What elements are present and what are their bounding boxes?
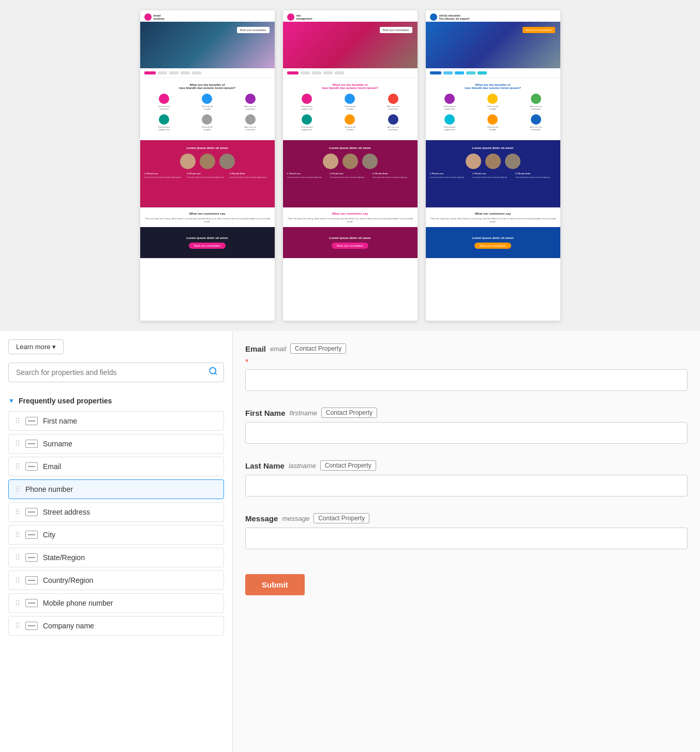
- testimonial-1: What our customers say "There are huge t…: [140, 207, 275, 227]
- lastname-input[interactable]: [245, 475, 688, 497]
- dark-block-3-3: 3. Pliculis Dolor Lorem ipsum dolor sit …: [515, 172, 556, 178]
- property-item-phone-number[interactable]: ⠿ Phone number: [8, 479, 224, 499]
- dark-section-2: Lorem ipsum dolor sit amen 1. Pliculis n…: [283, 140, 418, 207]
- preview-card-3: strictly educationYou educate, we suppor…: [426, 10, 560, 321]
- dark-text-blocks-2: 1. Pliculis nisi Lorem ipsum dolor sit a…: [287, 172, 413, 178]
- icon-circle-3-4: [444, 114, 455, 125]
- hero-3: Book your consultation: [426, 22, 560, 68]
- cta-title-3: Lorem ipsum dolor sit amen: [472, 236, 513, 239]
- svg-line-1: [215, 373, 216, 374]
- property-icon-country-region: [25, 576, 38, 584]
- icon-item-1-1: PerformanceCoaching: [144, 94, 184, 110]
- learn-more-chevron: ▾: [52, 343, 56, 351]
- circle-1-1: [180, 154, 196, 169]
- learn-more-button[interactable]: Learn more ▾: [8, 339, 64, 354]
- email-field-header: Email email Contact Property: [245, 343, 688, 354]
- circle-3-1: [466, 154, 481, 169]
- property-item-street-address[interactable]: ⠿ Street address: [8, 502, 224, 522]
- section-title-1: What are the benefits ofmas blandit das …: [144, 83, 271, 89]
- drag-handle-first-name: ⠿: [15, 417, 20, 425]
- hero-book-btn-2: Book your consultation: [380, 27, 412, 33]
- testimonial-text-3: "There are huge time saving, which leads…: [430, 217, 556, 223]
- section-header-label: Frequently used properties: [19, 397, 112, 405]
- drag-handle-city: ⠿: [15, 531, 20, 539]
- nav-1: [140, 68, 275, 78]
- email-contact-property-badge: Contact Property: [290, 343, 346, 354]
- properties-section-header[interactable]: ▼ Frequently used properties: [0, 390, 232, 411]
- property-icon-email: [25, 462, 38, 471]
- property-icon-state-region: [25, 553, 38, 562]
- circle-1-3: [219, 154, 235, 169]
- property-item-surname[interactable]: ⠿ Surname: [8, 434, 224, 454]
- dark-title-2: Lorem ipsum dolor sit amen: [287, 146, 413, 149]
- dark-title-1: Lorem ipsum dolor sit amen: [144, 146, 271, 149]
- hero-book-btn-1: Book your consultation: [237, 27, 270, 33]
- svg-point-0: [210, 368, 216, 374]
- property-label-street-address: Street address: [43, 508, 217, 516]
- property-label-first-name: First name: [43, 417, 217, 425]
- email-input[interactable]: [245, 369, 688, 391]
- nav-item-3b: [455, 71, 464, 74]
- property-item-country-region[interactable]: ⠿ Country/Region: [8, 570, 224, 590]
- drag-handle-phone-number: ⠿: [15, 485, 20, 493]
- properties-list: ⠿ First name ⠿ Surname ⠿ Emai: [0, 411, 232, 647]
- nav-3: [426, 68, 560, 78]
- cta-1: Lorem ipsum dolor sit amen Book your con…: [140, 227, 275, 258]
- dark-block-1-1: 1. Pliculis nisi Lorem ipsum dolor sit a…: [144, 172, 185, 178]
- icon-item-3-1: Pellentesquesagittis ante: [430, 94, 470, 110]
- property-item-state-region[interactable]: ⠿ State/Region: [8, 548, 224, 567]
- hero-1: Book your consultation: [140, 22, 275, 68]
- dark-section-3: Lorem ipsum dolor sit amen 1. Pliculis n…: [426, 140, 560, 207]
- property-label-company-name: Company name: [43, 622, 217, 630]
- hero-book-btn-3: Book your consultation: [523, 27, 555, 33]
- icons-grid-1a: PerformanceCoaching Vehicula elitfringil…: [144, 94, 271, 110]
- testimonial-text-2: "There are huge time saving, which leads…: [287, 217, 413, 223]
- icons-grid-2a: Pellentesquesagittis ante Vehicula elitf…: [287, 94, 413, 110]
- icon-circle-2-5: [345, 114, 355, 125]
- testimonial-title-3: What our customers say: [430, 212, 556, 215]
- logo-text-3: strictly educationYou educate, we suppor…: [439, 14, 470, 20]
- icon-text-2-5: Vehicula elitfringilla: [345, 126, 355, 131]
- icon-item-1-4: Pellentesquesagittis ante: [144, 114, 184, 131]
- dark-block-2-2: 2. Pliculis nisi Lorem ipsum dolor sit a…: [330, 172, 370, 178]
- icon-text-1-2: Vehicula elitfringilla: [202, 105, 213, 110]
- icon-item-3-3: Ante nec nisivestibulum: [516, 94, 556, 110]
- dark-section-1: Lorem ipsum dolor sit amen 1. Pliculis n…: [140, 140, 275, 207]
- message-field-header: Message message Contact Property: [245, 513, 688, 523]
- search-input[interactable]: [8, 363, 224, 382]
- cta-title-1: Lorem ipsum dolor sit amen: [186, 236, 228, 239]
- circle-2-2: [342, 154, 358, 169]
- main-content: Learn more ▾ ▼ Frequently used propertie…: [0, 331, 700, 752]
- lastname-contact-property-badge: Contact Property: [320, 460, 376, 471]
- dark-block-3-2: 2. Pliculis nisi Lorem ipsum dolor sit a…: [472, 172, 513, 178]
- dark-block-2-3: 3. Pliculis Dolor Lorem ipsum dolor sit …: [373, 172, 413, 178]
- icon-text-3-4: Pellentesquesagittis ante: [444, 126, 456, 131]
- property-item-mobile-phone-number[interactable]: ⠿ Mobile phone number: [8, 593, 224, 613]
- property-item-first-name[interactable]: ⠿ First name: [8, 411, 224, 431]
- firstname-contact-property-badge: Contact Property: [321, 408, 377, 418]
- icon-circle-3-3: [531, 94, 541, 104]
- circles-3: [430, 154, 556, 169]
- left-panel: Learn more ▾ ▼ Frequently used propertie…: [0, 331, 233, 752]
- icon-item-3-4: Pellentesquesagittis ante: [430, 114, 470, 131]
- property-item-email[interactable]: ⠿ Email: [8, 457, 224, 476]
- dark-block-1-2: 2. Pliculis nisi Lorem ipsum dolor sit a…: [187, 172, 228, 178]
- circle-3-2: [485, 154, 501, 169]
- property-item-city[interactable]: ⠿ City: [8, 525, 224, 545]
- icon-circle-1-3: [245, 94, 256, 104]
- firstname-input[interactable]: [245, 422, 688, 444]
- email-field-label: Email: [245, 344, 266, 353]
- icon-circle-2-2: [345, 94, 355, 104]
- icon-text-3-2: Vehicula elitfringilla: [487, 105, 498, 110]
- icon-item-2-2: Vehicula elitfringilla: [330, 94, 370, 110]
- dark-text-blocks-1: 1. Pliculis nisi Lorem ipsum dolor sit a…: [144, 172, 271, 178]
- nav-item-1b: [169, 71, 178, 74]
- circle-2-1: [323, 154, 338, 169]
- property-item-company-name[interactable]: ⠿ Company name: [8, 616, 224, 636]
- icon-circle-3-6: [531, 114, 541, 125]
- submit-button[interactable]: Submit: [245, 574, 305, 595]
- message-input[interactable]: [245, 528, 688, 549]
- testimonial-text-1: "There are huge time saving, which leads…: [144, 217, 271, 223]
- cta-btn-3: Book your consultation: [474, 243, 511, 249]
- icon-circle-1-5: [202, 114, 212, 125]
